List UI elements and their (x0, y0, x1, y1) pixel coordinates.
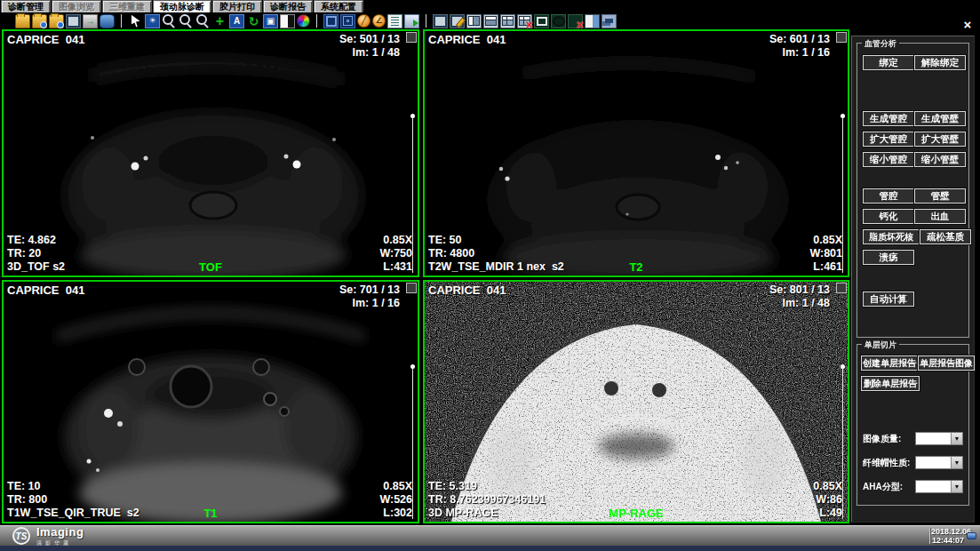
group-title: 单层切片 (862, 339, 899, 351)
slice-report-image-button[interactable]: 单层报告图像 (918, 355, 975, 371)
viewport-mprage[interactable]: CAPRICE 041 Se: 801 / 13Im: 1 / 48 TE: 5… (423, 280, 849, 523)
layout-monitor-edit-icon[interactable] (450, 14, 465, 28)
exit-door-icon[interactable]: → (83, 14, 98, 28)
create-slice-report-button[interactable]: 创建单层报告 (861, 355, 918, 371)
spacer (861, 73, 965, 108)
save-image-icon[interactable] (404, 14, 419, 28)
generate-lumen-button[interactable]: 生成管腔 (863, 111, 914, 126)
fit-to-screen-icon[interactable]: ▣ (263, 14, 278, 28)
series-info: Se: 801 / 13Im: 1 / 48 (769, 283, 830, 310)
expand-wall-button[interactable]: 扩大管壁 (914, 132, 966, 147)
folder-open-icon[interactable] (15, 14, 30, 28)
hemorrhage-button[interactable]: 出血 (914, 209, 966, 224)
generate-wall-button[interactable]: 生成管壁 (914, 111, 966, 126)
bind-button[interactable]: 绑定 (863, 55, 914, 70)
film-layout-icon[interactable] (340, 14, 355, 28)
scroll-thumb[interactable] (836, 32, 847, 43)
loose-matrix-button[interactable]: 疏松基质 (920, 229, 971, 244)
auto-calculate-button[interactable]: 自动计算 (863, 291, 914, 307)
ts-logo-icon: TS (12, 527, 30, 545)
brand-logo: TS Imaging 清影华康 (12, 525, 84, 547)
scroll-thumb[interactable] (406, 283, 417, 293)
patient-name: CAPRICE 041 (428, 33, 506, 46)
series-info: Se: 601 / 13Im: 1 / 16 (769, 33, 830, 60)
series-info: Se: 701 / 13Im: 1 / 16 (339, 283, 400, 310)
image-quality-select[interactable]: ▼ (915, 432, 963, 445)
layout-grid-2x2-icon[interactable] (500, 14, 515, 28)
expand-lumen-button[interactable]: 扩大管腔 (863, 132, 914, 147)
time-text: 12:44:07 (931, 536, 965, 545)
patient-name: CAPRICE 041 (7, 33, 84, 46)
toolbar-separator (316, 14, 317, 28)
invert-contrast-icon[interactable] (280, 14, 295, 28)
vessel-analysis-group: 血管分析 绑定 解除绑定 生成管腔 生成管壁 扩大管腔 扩大管壁 缩小管腔 缩小… (857, 43, 969, 338)
slice-slider[interactable] (412, 116, 413, 273)
pan-move-icon[interactable]: + (212, 14, 227, 28)
aha-type-label: AHA分型: (863, 481, 903, 493)
film-frame-icon[interactable] (323, 14, 339, 28)
ulcer-button[interactable]: 溃疡 (863, 250, 914, 265)
tab-system-config[interactable]: 系统配置 (314, 0, 363, 12)
scroll-thumb[interactable] (836, 283, 847, 293)
tab-diagnosis-report[interactable]: 诊断报告 (263, 0, 313, 12)
mri-image-tof (4, 31, 418, 276)
layout-monitor-icon[interactable] (433, 14, 448, 28)
tab-image-browse[interactable]: 图像浏览 (52, 0, 101, 12)
viewport-tof[interactable]: CAPRICE 041 Se: 501 / 13Im: 1 / 48 TE: 4… (2, 29, 419, 277)
shrink-wall-button[interactable]: 缩小管壁 (914, 152, 966, 167)
color-palette-icon[interactable] (297, 14, 310, 28)
viewport-t1[interactable]: CAPRICE 041 Se: 701 / 13Im: 1 / 16 TE: 1… (2, 280, 419, 523)
delete-slice-report-button[interactable]: 删除单层报告 (861, 376, 920, 391)
cursor-pointer-icon[interactable] (128, 14, 143, 28)
scroll-thumb[interactable] (406, 32, 417, 43)
close-icon[interactable]: × (960, 18, 976, 32)
fibrous-cap-select[interactable]: ▼ (915, 456, 963, 469)
spacer (861, 391, 965, 421)
tab-diagnosis-management[interactable]: 诊断管理 (1, 0, 51, 12)
roi-rectangle-icon[interactable] (534, 14, 549, 28)
shrink-lumen-button[interactable]: 缩小管腔 (863, 152, 914, 167)
database-clock-icon[interactable] (100, 14, 115, 28)
text-annotation-icon[interactable]: A (229, 14, 244, 28)
slice-slider[interactable] (412, 366, 413, 519)
lipid-necrotic-core-button[interactable]: 脂质坏死核 (863, 229, 920, 244)
zoom-magnifier-icon[interactable] (162, 14, 177, 28)
split-view-icon[interactable] (585, 14, 600, 28)
cine-browse-icon[interactable] (602, 14, 617, 28)
calcification-button[interactable]: 钙化 (863, 209, 914, 224)
measure-length-icon[interactable]: ╱ (357, 14, 370, 28)
slice-slider[interactable] (842, 366, 843, 519)
patient-name: CAPRICE 041 (428, 283, 506, 297)
viewport-t2[interactable]: CAPRICE 041 Se: 601 / 13Im: 1 / 16 TE: 5… (423, 29, 849, 277)
aha-type-select[interactable]: ▼ (915, 480, 963, 493)
wall-button[interactable]: 管壁 (914, 188, 966, 204)
layout-delete-icon[interactable] (517, 14, 532, 28)
dropdown-arrow-icon[interactable]: ▼ (951, 457, 962, 468)
lumen-button[interactable]: 管腔 (863, 188, 914, 204)
single-slice-group: 单层切片 创建单层报告 单层报告图像 删除单层报告 图像质量: ▼ 纤维帽性质:… (857, 344, 969, 506)
menu-bar: 诊断管理 图像浏览 三维重建 颈动脉诊断 胶片打印 诊断报告 系统配置 (0, 0, 980, 12)
slice-slider[interactable] (842, 116, 843, 273)
folder-import-icon[interactable] (32, 14, 47, 28)
refresh-reset-icon[interactable]: ↻ (246, 14, 261, 28)
dropdown-arrow-icon[interactable]: ▼ (951, 433, 962, 444)
unbind-button[interactable]: 解除绑定 (914, 55, 966, 70)
folder-export-icon[interactable] (49, 14, 64, 28)
sequence-label: MP-RAGE (425, 507, 848, 520)
layout-two-column-icon[interactable] (466, 14, 482, 28)
tab-film-print[interactable]: 胶片打印 (212, 0, 262, 12)
tab-3d-reconstruction[interactable]: 三维重建 (102, 0, 152, 12)
report-document-icon[interactable] (387, 14, 402, 28)
roi-delete-icon[interactable] (568, 14, 583, 28)
measure-angle-icon[interactable]: ∠ (372, 14, 386, 28)
toolbar: →☀+A↻▣╱∠ (0, 12, 980, 29)
layout-two-row-icon[interactable] (483, 14, 498, 28)
zoom-ratio-icon[interactable] (195, 14, 211, 28)
zoom-region-icon[interactable] (179, 14, 194, 28)
group-title: 血管分析 (862, 38, 899, 50)
roi-ellipse-icon[interactable] (551, 14, 566, 28)
tab-carotid-diagnosis[interactable]: 颈动脉诊断 (153, 0, 211, 12)
window-level-icon[interactable]: ☀ (145, 14, 160, 28)
dropdown-arrow-icon[interactable]: ▼ (951, 481, 962, 492)
workstation-monitor-icon[interactable] (66, 14, 81, 28)
